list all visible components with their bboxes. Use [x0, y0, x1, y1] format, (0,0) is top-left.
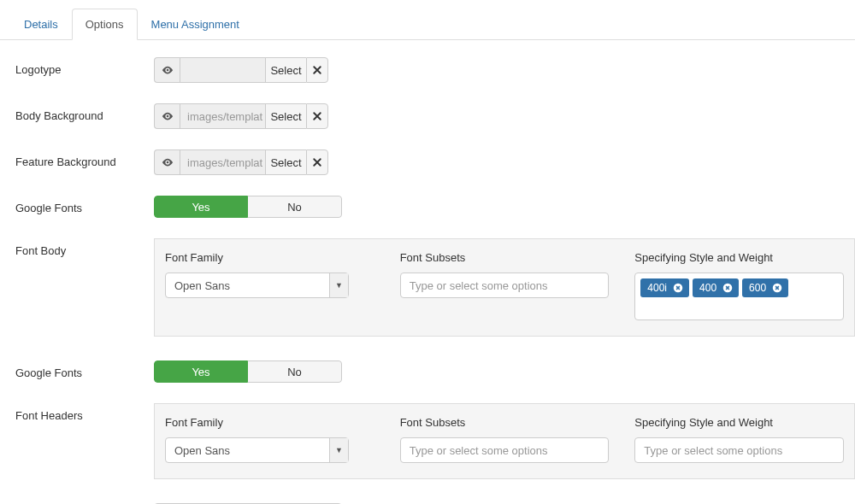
media-select-button[interactable]: Select [265, 57, 306, 83]
google-fonts-body-toggle: Yes No [154, 196, 342, 218]
label-style-weight: Specifying Style and Weight [634, 251, 844, 264]
yes-button[interactable]: Yes [154, 360, 248, 383]
font-body-family-select[interactable]: Open Sans ▼ [165, 273, 349, 298]
label-font-family: Font Family [165, 416, 374, 429]
tag-label: 400i [647, 282, 667, 294]
font-headers-family-select[interactable]: Open Sans ▼ [165, 437, 349, 463]
font-headers-family-value: Open Sans [166, 444, 329, 457]
media-path-body-background: images/templat [180, 103, 265, 129]
label-body-background: Body Background [0, 103, 154, 122]
tab-menu-assignment: Menu Assignment [138, 9, 253, 40]
font-headers-panel: Font Family Open Sans ▼ Font Subsets Typ… [154, 403, 855, 479]
tab-menu-assignment-link[interactable]: Menu Assignment [138, 9, 253, 40]
label-feature-background: Feature Background [0, 149, 154, 168]
close-icon[interactable] [771, 282, 783, 294]
media-picker-feature-background: images/templat Select [154, 149, 328, 175]
close-icon[interactable] [306, 103, 328, 129]
close-icon[interactable] [672, 282, 684, 294]
tab-options-link[interactable]: Options [72, 9, 138, 40]
tab-details: Details [10, 9, 72, 40]
label-google-fonts-body: Google Fonts [0, 196, 154, 214]
label-font-body: Font Body [0, 238, 154, 257]
media-path-feature-background: images/templat [180, 149, 265, 175]
font-headers-subsets-input[interactable]: Type or select some options [400, 437, 610, 463]
media-path-logotype [180, 57, 265, 83]
label-style-weight: Specifying Style and Weight [634, 416, 844, 429]
label-font-headers: Font Headers [0, 403, 154, 422]
chevron-down-icon: ▼ [329, 273, 348, 297]
eye-icon[interactable] [154, 149, 180, 175]
close-icon[interactable] [306, 149, 328, 175]
media-select-button[interactable]: Select [265, 149, 306, 175]
media-picker-body-background: images/templat Select [154, 103, 328, 129]
font-body-style-tags[interactable]: 400i 400 600 [634, 273, 844, 320]
chevron-down-icon: ▼ [329, 438, 348, 462]
tag-600[interactable]: 600 [742, 278, 788, 297]
label-font-subsets: Font Subsets [400, 251, 610, 264]
tag-400[interactable]: 400 [693, 278, 739, 297]
eye-icon[interactable] [154, 57, 180, 83]
nav-tabs: Details Options Menu Assignment [0, 9, 855, 40]
label-font-family: Font Family [165, 251, 374, 264]
font-body-family-value: Open Sans [166, 279, 329, 292]
tab-details-link[interactable]: Details [10, 9, 72, 40]
font-body-panel: Font Family Open Sans ▼ Font Subsets Typ… [154, 238, 855, 337]
label-google-fonts-headers: Google Fonts [0, 360, 154, 379]
label-logotype: Logotype [0, 57, 154, 76]
media-select-button[interactable]: Select [265, 103, 306, 129]
close-icon[interactable] [306, 57, 328, 83]
no-button[interactable]: No [248, 196, 342, 218]
tag-label: 600 [749, 282, 766, 294]
yes-button[interactable]: Yes [154, 196, 248, 218]
close-icon[interactable] [722, 282, 734, 294]
tag-400i[interactable]: 400i [640, 278, 689, 297]
no-button[interactable]: No [248, 360, 342, 383]
eye-icon[interactable] [154, 103, 180, 129]
tab-options: Options [72, 9, 138, 40]
google-fonts-headers-toggle: Yes No [154, 360, 342, 383]
font-body-subsets-input[interactable]: Type or select some options [400, 273, 610, 298]
media-picker-logotype: Select [154, 57, 328, 83]
font-headers-style-input[interactable]: Type or select some options [634, 437, 844, 463]
tag-label: 400 [699, 282, 716, 294]
label-font-subsets: Font Subsets [400, 416, 610, 429]
